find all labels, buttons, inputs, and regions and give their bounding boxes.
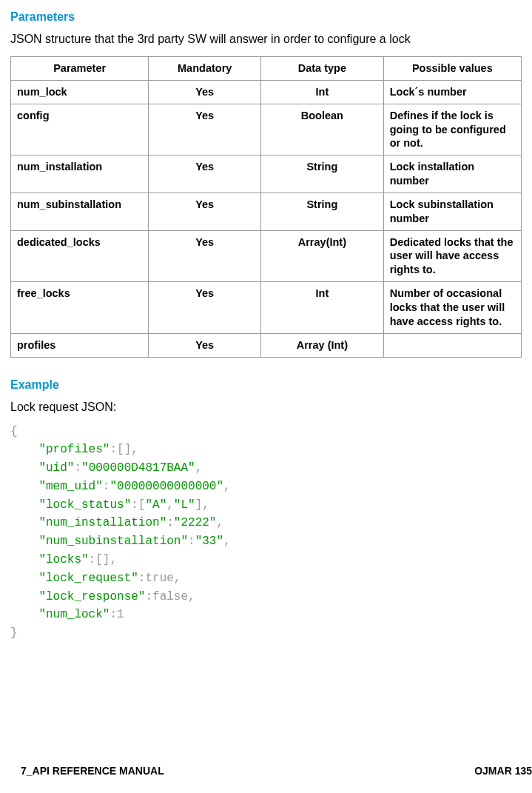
parameters-heading: Parameters bbox=[10, 10, 522, 24]
example-heading: Example bbox=[10, 378, 522, 392]
cell-possible-values: Lock subinstallation number bbox=[383, 193, 521, 230]
cell-possible-values: Number of occasional locks that the user… bbox=[383, 282, 521, 334]
cell-parameter: num_lock bbox=[11, 80, 149, 104]
cell-mandatory: Yes bbox=[149, 333, 261, 357]
cell-datatype: String bbox=[261, 155, 384, 193]
cell-mandatory: Yes bbox=[149, 104, 261, 155]
cell-datatype: Boolean bbox=[261, 104, 384, 155]
cell-datatype: String bbox=[261, 193, 384, 230]
table-row: free_locksYesIntNumber of occasional loc… bbox=[11, 282, 522, 334]
cell-mandatory: Yes bbox=[149, 80, 261, 104]
col-header-datatype: Data type bbox=[261, 57, 384, 81]
table-row: profilesYesArray (Int) bbox=[11, 333, 522, 357]
cell-possible-values: Lock installation number bbox=[383, 155, 521, 193]
table-row: num_installationYesStringLock installati… bbox=[11, 155, 522, 193]
cell-possible-values: Lock´s number bbox=[383, 80, 521, 104]
example-label: Lock request JSON: bbox=[10, 401, 522, 414]
cell-possible-values bbox=[383, 333, 521, 357]
cell-mandatory: Yes bbox=[149, 155, 261, 193]
cell-possible-values: Dedicated locks that the user will have … bbox=[383, 230, 521, 282]
parameters-table: Parameter Mandatory Data type Possible v… bbox=[10, 56, 522, 358]
table-row: dedicated_locksYesArray(Int)Dedicated lo… bbox=[11, 230, 522, 282]
cell-mandatory: Yes bbox=[149, 193, 261, 230]
page-footer: 7_API REFERENCE MANUAL OJMAR 135 bbox=[21, 765, 532, 777]
table-row: num_subinstallationYesStringLock subinst… bbox=[11, 193, 522, 230]
cell-parameter: num_subinstallation bbox=[11, 193, 149, 230]
cell-mandatory: Yes bbox=[149, 282, 261, 334]
cell-parameter: num_installation bbox=[11, 155, 149, 193]
cell-datatype: Int bbox=[261, 282, 384, 334]
cell-parameter: profiles bbox=[11, 333, 149, 357]
cell-parameter: dedicated_locks bbox=[11, 230, 149, 282]
table-row: num_lockYesIntLock´s number bbox=[11, 80, 522, 104]
col-header-mandatory: Mandatory bbox=[149, 57, 261, 81]
cell-parameter: free_locks bbox=[11, 282, 149, 334]
table-header-row: Parameter Mandatory Data type Possible v… bbox=[11, 57, 522, 81]
cell-parameter: config bbox=[11, 104, 149, 155]
cell-datatype: Array (Int) bbox=[261, 333, 384, 357]
cell-possible-values: Defines if the lock is going to be confi… bbox=[383, 104, 521, 155]
col-header-possible: Possible values bbox=[383, 57, 521, 81]
col-header-parameter: Parameter bbox=[11, 57, 149, 81]
cell-datatype: Array(Int) bbox=[261, 230, 384, 282]
parameters-intro: JSON structure that the 3rd party SW wil… bbox=[10, 33, 522, 46]
table-row: configYesBooleanDefines if the lock is g… bbox=[11, 104, 522, 155]
cell-mandatory: Yes bbox=[149, 230, 261, 282]
cell-datatype: Int bbox=[261, 80, 384, 104]
footer-right: OJMAR 135 bbox=[474, 765, 532, 777]
footer-left: 7_API REFERENCE MANUAL bbox=[21, 765, 164, 777]
code-block: { "profiles":[], "uid":"000000D4817BAA",… bbox=[10, 423, 522, 643]
